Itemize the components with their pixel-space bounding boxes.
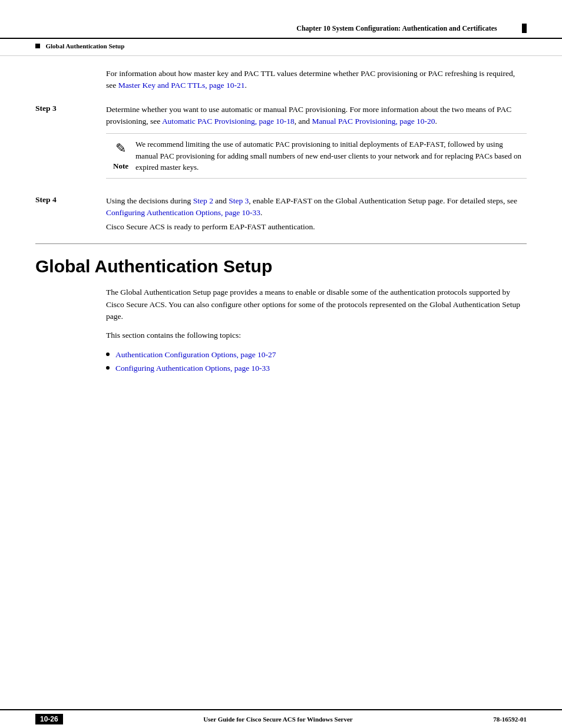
automatic-pac-link[interactable]: Automatic PAC Provisioning, page 10-18 — [162, 117, 295, 126]
list-item: Configuring Authentication Options, page… — [106, 362, 527, 375]
note-box: ✎ Note We recommend limiting the use of … — [106, 133, 527, 179]
chapter-title: Chapter 10 System Configuration: Authent… — [276, 24, 517, 33]
footer-doc-title: User Guide for Cisco Secure ACS for Wind… — [75, 716, 481, 723]
page-container: Chapter 10 System Configuration: Authent… — [0, 0, 562, 728]
page-number: 10-26 — [35, 714, 63, 724]
bullet-icon-1 — [106, 353, 110, 356]
auth-config-options-link[interactable]: Authentication Configuration Options, pa… — [115, 348, 276, 362]
step3-content: Determine whether you want to use automa… — [106, 104, 527, 185]
step4-container: Step 4 Using the decisions during Step 2… — [35, 195, 527, 233]
manual-pac-link[interactable]: Manual PAC Provisioning, page 10-20 — [312, 117, 435, 126]
intro-section: For information about how master key and… — [106, 68, 527, 92]
topics-list: Authentication Configuration Options, pa… — [106, 348, 527, 375]
page-header: Chapter 10 System Configuration: Authent… — [0, 0, 562, 39]
section-body: The Global Authentication Setup page pro… — [106, 286, 527, 375]
master-key-pac-ttls-link[interactable]: Master Key and PAC TTLs, page 10-21 — [118, 81, 245, 90]
intro-paragraph: For information about how master key and… — [106, 68, 527, 92]
header-bar — [522, 24, 527, 33]
section-divider — [35, 243, 527, 244]
list-item: Authentication Configuration Options, pa… — [106, 348, 527, 362]
step3-text-between: , and — [295, 117, 312, 126]
step3-container: Step 3 Determine whether you want to use… — [35, 104, 527, 185]
main-content: For information about how master key and… — [0, 56, 562, 553]
global-auth-para1: The Global Authentication Setup page pro… — [106, 286, 527, 322]
step3-text-after: . — [435, 117, 437, 126]
bullet-icon-2 — [106, 366, 110, 370]
global-auth-section: Global Authentication Setup The Global A… — [35, 256, 527, 375]
step4-label: Step 4 — [35, 195, 106, 233]
step4-text-mid2: , enable EAP-FAST on the Global Authenti… — [249, 196, 517, 205]
step3-label: Step 3 — [35, 104, 106, 185]
note-pencil-icon: ✎ — [115, 139, 126, 158]
step4-text-before: Using the decisions during — [106, 196, 193, 205]
step4-text-mid1: and — [213, 196, 229, 205]
step4-content: Using the decisions during Step 2 and St… — [106, 195, 527, 233]
page-spacer — [0, 553, 562, 709]
note-label: Note — [113, 160, 128, 172]
global-auth-title: Global Authentication Setup — [35, 256, 527, 277]
note-icon-column: ✎ Note — [106, 139, 135, 173]
configuring-auth-options-link[interactable]: Configuring Authentication Options, page… — [106, 208, 260, 217]
breadcrumb: Global Authentication Setup — [46, 42, 125, 50]
step4-sub-content: Cisco Secure ACS is ready to perform EAP… — [106, 221, 527, 233]
configuring-auth-options-link-2[interactable]: Configuring Authentication Options, page… — [115, 362, 270, 375]
page-subheader: Global Authentication Setup — [0, 39, 562, 56]
note-text: We recommend limiting the use of automat… — [135, 139, 527, 173]
step4-text-after: . — [260, 208, 262, 217]
footer-doc-num: 78-16592-01 — [493, 716, 527, 723]
step3-link[interactable]: Step 3 — [229, 196, 249, 205]
step4-sub-text: Cisco Secure ACS is ready to perform EAP… — [106, 221, 527, 233]
page-footer: 10-26 User Guide for Cisco Secure ACS fo… — [0, 709, 562, 728]
breadcrumb-bullet-icon — [35, 44, 40, 48]
step2-link[interactable]: Step 2 — [193, 196, 213, 205]
global-auth-para2: This section contains the following topi… — [106, 330, 527, 341]
